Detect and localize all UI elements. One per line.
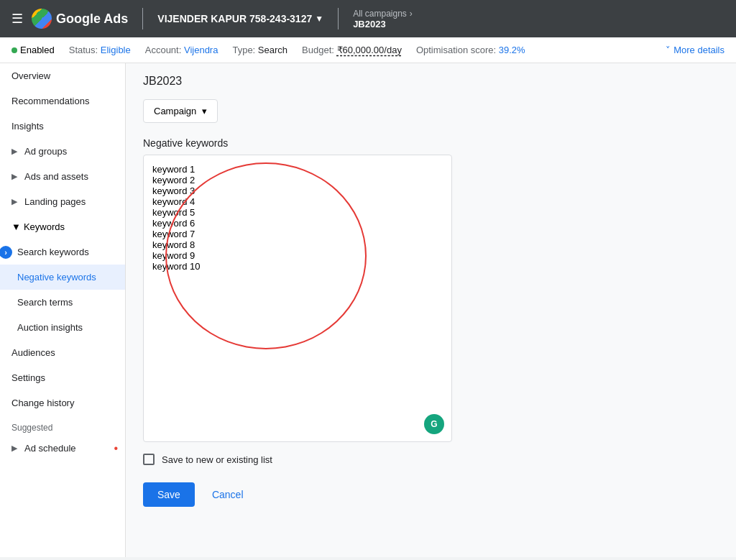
keywords-textarea-wrapper: G [143, 155, 452, 442]
sidebar-item-insights[interactable]: Insights [0, 114, 125, 139]
settings-label: Settings [12, 372, 45, 383]
save-list-row: Save to new or existing list [143, 454, 719, 465]
sidebar: Overview Recommendations Insights ▶ Ad g… [0, 63, 126, 557]
sidebar-item-ad-schedule[interactable]: ▶ Ad schedule [0, 436, 125, 461]
google-ads-title: Google Ads [56, 12, 128, 27]
save-list-checkbox[interactable] [143, 454, 155, 465]
more-details-label: More details [673, 45, 724, 55]
sidebar-item-search-keywords[interactable]: › Search keywords [0, 239, 125, 265]
hamburger-menu[interactable]: ☰ [12, 11, 23, 27]
ad-schedule-label: Ad schedule [24, 443, 76, 454]
header-divider [142, 8, 143, 29]
account-id: 758-243-3127 [249, 13, 312, 24]
audiences-label: Audiences [12, 347, 55, 358]
negative-keywords-heading: Negative keywords [143, 137, 719, 149]
type-value: Search [258, 45, 288, 55]
main-content: JB2023 Campaign ▾ Negative keywords G Sa… [126, 63, 736, 557]
negative-keywords-label: Negative keywords [17, 272, 96, 283]
grammarly-icon[interactable]: G [424, 414, 444, 434]
overview-label: Overview [12, 70, 50, 81]
campaign-breadcrumb: All campaigns › JB2023 [353, 9, 413, 29]
budget-label: Budget: [302, 45, 334, 55]
top-header: ☰ Google Ads VIJENDER KAPUR 758-243-3127… [0, 0, 736, 37]
budget-field: Budget: ₹60,000.00/day [302, 45, 402, 55]
type-label: Type: [232, 45, 255, 55]
actions-row: Save Cancel [143, 482, 719, 507]
insights-label: Insights [12, 121, 44, 132]
opt-value: 39.2% [499, 45, 525, 55]
account-label: Account: [145, 45, 182, 55]
campaign-name-heading: JB2023 [143, 75, 719, 88]
breadcrumb-arrow: › [410, 9, 413, 19]
enabled-status: Enabled [12, 45, 55, 55]
suggested-section-label: Suggested [0, 416, 125, 436]
type-field: Type: Search [232, 45, 288, 55]
ad-groups-chevron: ▶ [12, 147, 17, 156]
opt-score-field: Optimisation score: 39.2% [416, 45, 525, 55]
enabled-label: Enabled [20, 45, 55, 55]
sidebar-item-ad-groups[interactable]: ▶ Ad groups [0, 139, 125, 164]
keywords-chevron: ▼ [12, 221, 21, 232]
keywords-label: Keywords [24, 221, 65, 232]
campaign-dropdown-arrow: ▾ [202, 106, 207, 116]
account-field: Account: Vijendra [145, 45, 218, 55]
current-campaign-name: JB2023 [353, 19, 413, 29]
more-details-button[interactable]: ˅ More details [666, 45, 724, 55]
opt-label: Optimisation score: [416, 45, 496, 55]
active-arrow-icon: › [0, 246, 12, 259]
campaign-dropdown[interactable]: Campaign ▾ [143, 99, 218, 123]
ad-schedule-chevron: ▶ [12, 444, 17, 453]
account-info: VIJENDER KAPUR 758-243-3127 ▼ [157, 13, 323, 24]
sidebar-item-settings[interactable]: Settings [0, 365, 125, 390]
grammarly-letter: G [431, 419, 437, 429]
google-ads-logo-icon [32, 9, 52, 29]
save-list-label: Save to new or existing list [162, 454, 272, 465]
main-layout: Overview Recommendations Insights ▶ Ad g… [0, 63, 736, 557]
account-value: Vijendra [184, 45, 218, 55]
all-campaigns-label: All campaigns [353, 9, 407, 19]
status-field: Status: Eligible [69, 45, 131, 55]
landing-pages-chevron: ▶ [12, 197, 17, 206]
ads-assets-chevron: ▶ [12, 172, 17, 181]
sidebar-item-keywords[interactable]: ▼ Keywords [0, 214, 125, 239]
status-bar: Enabled Status: Eligible Account: Vijend… [0, 37, 736, 63]
sidebar-item-audiences[interactable]: Audiences [0, 340, 125, 365]
sidebar-item-recommendations[interactable]: Recommendations [0, 88, 125, 114]
cancel-button[interactable]: Cancel [203, 482, 252, 507]
change-history-label: Change history [12, 398, 74, 408]
auction-insights-label: Auction insights [17, 322, 83, 333]
more-details-arrow: ˅ [666, 45, 671, 55]
header-divider-2 [338, 8, 339, 29]
save-button[interactable]: Save [143, 482, 195, 507]
sidebar-item-change-history[interactable]: Change history [0, 390, 125, 416]
budget-value: ₹60,000.00/day [337, 45, 402, 55]
recommendations-label: Recommendations [12, 96, 89, 106]
sidebar-item-auction-insights[interactable]: Auction insights [0, 315, 125, 340]
account-dropdown-arrow[interactable]: ▼ [315, 14, 323, 24]
campaign-dropdown-label: Campaign [154, 106, 196, 116]
search-terms-label: Search terms [17, 297, 73, 308]
sidebar-item-landing-pages[interactable]: ▶ Landing pages [0, 189, 125, 214]
enabled-dot [12, 47, 17, 53]
landing-pages-label: Landing pages [24, 196, 86, 207]
ad-groups-label: Ad groups [24, 146, 67, 157]
google-ads-logo: Google Ads [32, 9, 128, 29]
status-value: Eligible [101, 45, 131, 55]
status-label: Status: [69, 45, 98, 55]
sidebar-item-ads-assets[interactable]: ▶ Ads and assets [0, 164, 125, 189]
all-campaigns-link[interactable]: All campaigns › [353, 9, 413, 19]
sidebar-item-search-terms[interactable]: Search terms [0, 290, 125, 315]
account-name: VIJENDER KAPUR [157, 13, 247, 24]
search-keywords-label: Search keywords [17, 247, 89, 257]
sidebar-item-negative-keywords[interactable]: Negative keywords [0, 265, 125, 290]
ads-assets-label: Ads and assets [24, 171, 88, 182]
keywords-textarea[interactable] [144, 155, 451, 441]
sidebar-item-overview[interactable]: Overview [0, 63, 125, 88]
